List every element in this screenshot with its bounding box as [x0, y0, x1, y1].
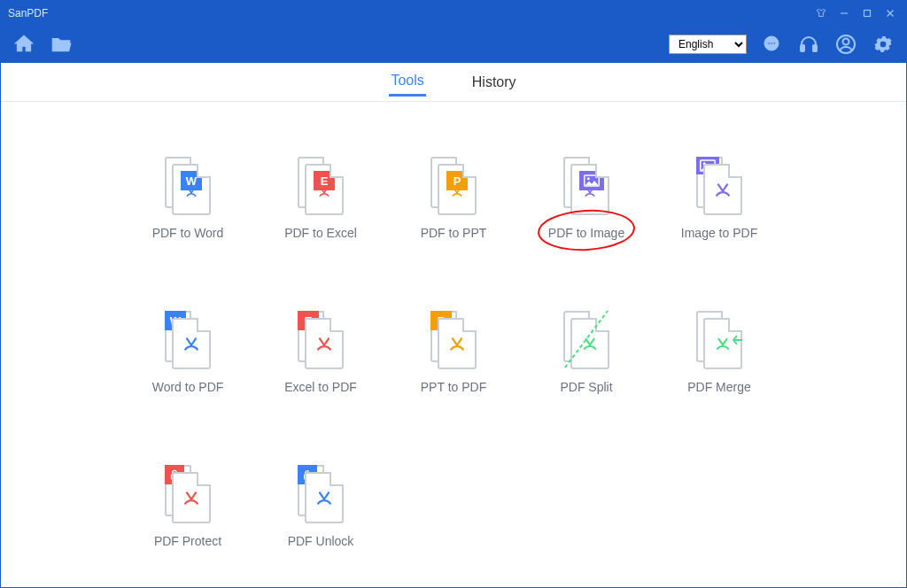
svg-point-7: [773, 43, 776, 45]
titlebar: SanPDF: [1, 1, 906, 26]
main-panel: ⋏ W PDF to Word ⋏ E PDF to Excel ⋏: [1, 102, 906, 587]
tool-word-to-pdf[interactable]: W Word to PDF: [121, 309, 254, 394]
file-icon: [694, 155, 744, 215]
tool-label: Excel to PDF: [284, 380, 357, 394]
maximize-button[interactable]: [858, 4, 876, 22]
tool-pdf-to-ppt[interactable]: ⋏ P PDF to PPT: [387, 155, 520, 240]
tool-label: PDF Unlock: [288, 534, 354, 548]
tab-row: Tools History: [1, 63, 906, 102]
tools-grid: ⋏ W PDF to Word ⋏ E PDF to Excel ⋏: [36, 155, 871, 548]
tool-pdf-unlock[interactable]: PDF Unlock: [254, 463, 387, 548]
tool-label: PDF to Word: [152, 226, 224, 240]
tool-label: PDF Split: [560, 380, 612, 394]
file-icon: [694, 309, 744, 369]
tab-history[interactable]: History: [470, 69, 518, 96]
app-title: SanPDF: [8, 7, 48, 19]
file-icon: [562, 309, 611, 369]
tool-pdf-split[interactable]: PDF Split: [520, 309, 653, 394]
svg-point-11: [843, 39, 849, 45]
close-button[interactable]: [881, 4, 899, 22]
svg-rect-1: [864, 11, 871, 17]
file-icon: ⋏ E: [296, 155, 345, 215]
tool-pdf-merge[interactable]: PDF Merge: [653, 309, 786, 394]
tool-image-to-pdf[interactable]: Image to PDF: [653, 155, 786, 240]
tool-pdf-to-word[interactable]: ⋏ W PDF to Word: [121, 155, 254, 240]
tool-pdf-protect[interactable]: PDF Protect: [121, 463, 254, 548]
tool-pdf-to-image[interactable]: ⋏ PDF to Image: [520, 155, 653, 240]
file-icon: ⋏ P: [429, 155, 478, 215]
toolbar: English: [1, 26, 906, 63]
tab-tools[interactable]: Tools: [389, 67, 425, 97]
tool-excel-to-pdf[interactable]: E Excel to PDF: [254, 309, 387, 394]
settings-icon[interactable]: [871, 32, 895, 57]
file-icon: [296, 463, 345, 523]
tool-label: PDF to Excel: [284, 226, 357, 240]
tool-label: PDF to Image: [548, 226, 624, 240]
user-icon[interactable]: [833, 32, 858, 57]
svg-rect-9: [813, 45, 817, 51]
headphones-icon[interactable]: [796, 32, 821, 57]
tool-label: PDF to PPT: [421, 226, 487, 240]
file-icon: E: [296, 309, 345, 369]
tool-label: PDF Protect: [154, 534, 221, 548]
tool-ppt-to-pdf[interactable]: P PPT to PDF: [387, 309, 520, 394]
tool-label: PPT to PDF: [421, 380, 486, 394]
tool-label: Image to PDF: [681, 226, 757, 240]
minimize-button[interactable]: [835, 4, 853, 22]
home-icon[interactable]: [12, 32, 36, 57]
svg-point-5: [768, 43, 771, 45]
tshirt-icon[interactable]: [812, 4, 830, 22]
file-icon: W: [163, 309, 213, 369]
file-icon: ⋏: [562, 155, 611, 215]
svg-point-13: [587, 177, 590, 180]
language-select[interactable]: English: [669, 35, 747, 54]
open-folder-icon[interactable]: [49, 32, 74, 57]
file-icon: ⋏ W: [163, 155, 213, 215]
file-icon: [163, 463, 213, 523]
tool-label: Word to PDF: [152, 380, 224, 394]
tool-pdf-to-excel[interactable]: ⋏ E PDF to Excel: [254, 155, 387, 240]
tool-label: PDF Merge: [687, 380, 751, 394]
svg-line-16: [565, 311, 608, 368]
svg-point-6: [771, 43, 773, 45]
chat-icon[interactable]: [759, 32, 784, 57]
file-icon: P: [429, 309, 478, 369]
svg-rect-8: [801, 45, 804, 51]
